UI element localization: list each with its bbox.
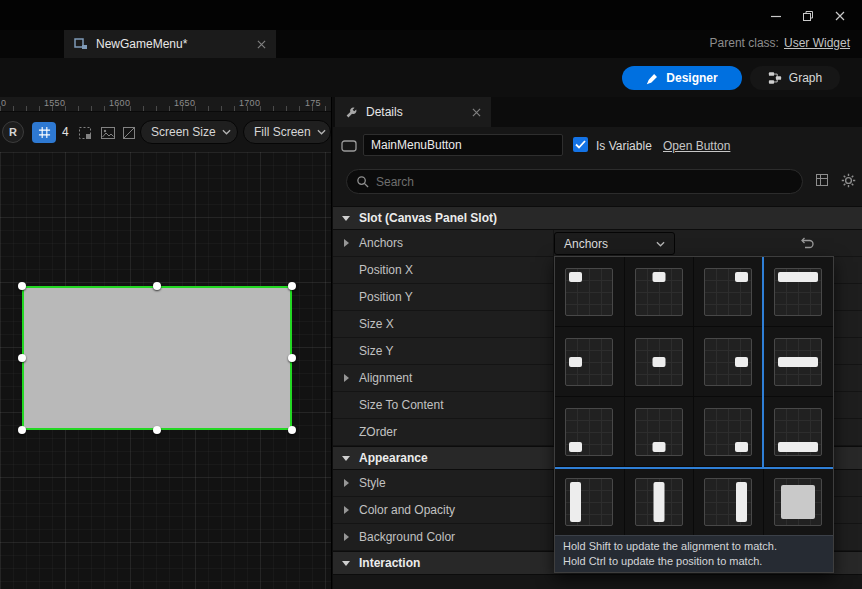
property-label: Style — [333, 476, 386, 490]
preview-background-toggle-icon[interactable] — [99, 124, 117, 142]
anchor-preset-stretch-full[interactable] — [764, 467, 834, 537]
anchor-preset-bottom-center[interactable] — [625, 397, 695, 467]
designer-mode-button[interactable]: Designer — [622, 66, 742, 90]
anchor-preview — [565, 338, 613, 386]
anchor-preset-bottom-right[interactable] — [694, 397, 764, 467]
details-search-input[interactable] — [376, 175, 793, 189]
parent-class-info: Parent class: User Widget — [710, 36, 850, 50]
search-box[interactable] — [346, 169, 803, 194]
section-expand-icon — [342, 561, 350, 566]
anchor-preset-grid — [555, 257, 833, 537]
resize-handle-top-center[interactable] — [153, 282, 161, 290]
fill-screen-dropdown[interactable]: Fill Screen — [243, 120, 331, 144]
button-widget-icon — [341, 140, 357, 152]
tab-close-icon[interactable] — [257, 40, 266, 49]
property-label: Background Color — [333, 530, 455, 544]
anchor-preview — [774, 338, 822, 386]
anchor-preset-stretch-left[interactable] — [555, 467, 625, 537]
canvas-grid-surface[interactable] — [0, 152, 331, 589]
chevron-down-icon — [317, 129, 326, 135]
open-button-link[interactable]: Open Button — [663, 139, 730, 153]
anchor-preset-bottom-left[interactable] — [555, 397, 625, 467]
window-restore-button[interactable] — [792, 5, 824, 27]
tab-newgamemenu[interactable]: NewGameMenu* — [64, 30, 276, 58]
resize-handle-middle-left[interactable] — [18, 354, 26, 362]
resolution-scale-button[interactable]: R — [2, 121, 24, 143]
widget-blueprint-icon — [74, 37, 88, 51]
expand-arrow-icon — [344, 506, 349, 514]
wrench-icon — [345, 106, 358, 119]
close-icon — [834, 10, 846, 22]
umg-widget-editor-window: NewGameMenu* Parent class: User Widget D… — [0, 0, 862, 589]
resize-handle-bottom-center[interactable] — [153, 426, 161, 434]
anchor-preset-popup: Hold Shift to update the alignment to ma… — [554, 256, 834, 573]
details-search-row — [333, 163, 862, 201]
anchor-preview — [635, 338, 683, 386]
anchor-preset-center-left[interactable] — [555, 327, 625, 397]
search-icon — [356, 175, 369, 188]
anchor-preset-stretch-center[interactable] — [764, 327, 834, 397]
anchor-preview — [704, 338, 752, 386]
fill-screen-label: Fill Screen — [254, 125, 311, 139]
chevron-down-icon — [222, 129, 231, 135]
grid-snap-size-value[interactable]: 4 — [62, 125, 69, 139]
asset-tab-bar: NewGameMenu* Parent class: User Widget — [0, 30, 862, 58]
property-row-anchors[interactable]: Anchors Anchors — [333, 230, 862, 257]
details-tab-title: Details — [366, 105, 403, 119]
widget-name-input[interactable] — [363, 134, 563, 156]
settings-gear-icon[interactable] — [841, 173, 856, 188]
grid-view-icon[interactable] — [815, 173, 829, 187]
resize-handle-middle-right[interactable] — [288, 354, 296, 362]
grid-snap-icon — [38, 126, 51, 139]
minimize-icon — [770, 10, 782, 22]
details-tab[interactable]: Details — [335, 97, 491, 127]
window-close-button[interactable] — [824, 5, 856, 27]
expand-arrow-icon — [344, 374, 349, 382]
canvas-toolbar: R 4 Screen Size Fill Screen — [0, 112, 331, 152]
anchor-preset-top-right[interactable] — [694, 257, 764, 327]
parent-class-link[interactable]: User Widget — [784, 36, 850, 50]
reset-to-default-icon[interactable] — [801, 237, 815, 249]
resize-handle-top-right[interactable] — [288, 282, 296, 290]
resize-handle-bottom-left[interactable] — [18, 426, 26, 434]
chevron-down-icon — [656, 241, 665, 247]
expand-arrow-icon — [344, 239, 349, 247]
localization-preview-toggle-icon[interactable] — [120, 124, 138, 142]
section-slot-canvas-panel-slot[interactable]: Slot (Canvas Panel Slot) — [333, 206, 862, 230]
screen-size-label: Screen Size — [151, 125, 216, 139]
restore-icon — [802, 10, 814, 22]
anchors-dropdown[interactable]: Anchors — [554, 232, 675, 255]
anchor-preset-center-center[interactable] — [625, 327, 695, 397]
is-variable-checkbox[interactable] — [573, 137, 588, 152]
widget-outline-toggle-icon[interactable] — [76, 124, 94, 142]
designer-label: Designer — [666, 71, 717, 85]
property-label: Size To Content — [333, 398, 444, 412]
anchor-preview — [704, 408, 752, 456]
resize-handle-bottom-right[interactable] — [288, 426, 296, 434]
ruler-tick-marks — [0, 106, 331, 111]
resize-handle-top-left[interactable] — [18, 282, 26, 290]
anchor-preview — [704, 268, 752, 316]
anchor-preset-stretch-bottom[interactable] — [764, 397, 834, 467]
anchor-preview — [774, 268, 822, 316]
designer-canvas-pane: 0 1550 1600 1650 1700 175 R 4 Scr — [0, 97, 332, 589]
section-title: Slot (Canvas Panel Slot) — [359, 211, 497, 225]
expand-arrow-icon — [344, 479, 349, 487]
anchor-preset-stretch-right[interactable] — [694, 467, 764, 537]
anchor-preset-top-left[interactable] — [555, 257, 625, 327]
grid-snap-toggle-button[interactable] — [32, 122, 56, 143]
property-label: Position X — [333, 263, 413, 277]
anchor-preset-stretch-top[interactable] — [764, 257, 834, 327]
details-tab-close-icon[interactable] — [472, 108, 481, 117]
window-minimize-button[interactable] — [760, 5, 792, 27]
graph-mode-button[interactable]: Graph — [750, 66, 840, 90]
horizontal-ruler: 0 1550 1600 1650 1700 175 — [0, 97, 331, 112]
anchor-preset-top-center[interactable] — [625, 257, 695, 327]
editor-mode-toolbar: Designer Graph — [0, 58, 862, 97]
details-tab-bar: Details — [333, 97, 862, 127]
anchor-preset-stretch-vertical-center[interactable] — [625, 467, 695, 537]
selected-widget-mainmenubutton[interactable] — [22, 286, 292, 430]
anchor-preview — [565, 268, 613, 316]
anchor-preset-center-right[interactable] — [694, 327, 764, 397]
screen-size-dropdown[interactable]: Screen Size — [140, 120, 238, 144]
